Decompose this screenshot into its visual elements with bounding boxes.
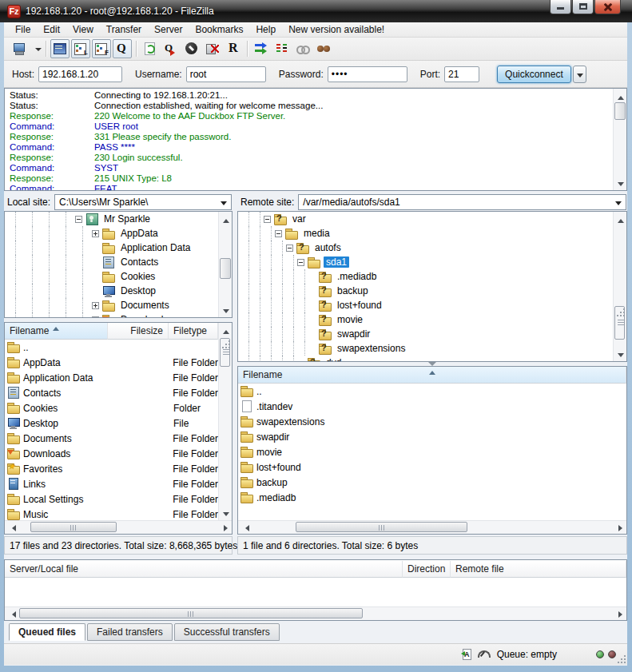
file-row-local-settings[interactable]: Local SettingsFile Folder xyxy=(5,491,218,507)
local-tree-item-application-data[interactable]: Application Data xyxy=(5,241,232,255)
column-header-filename[interactable]: Filename xyxy=(5,323,108,340)
queue-column-server-local-file[interactable]: Server/Local file xyxy=(5,561,403,578)
file-row-links[interactable]: LinksFile Folder xyxy=(5,476,218,491)
scroll-right-icon[interactable] xyxy=(614,522,626,533)
remote-tree-item-swapdir[interactable]: ?swapdir xyxy=(238,327,626,341)
file-row-titandev[interactable]: .titandev xyxy=(238,399,626,414)
remote-tree-item-var[interactable]: ?var xyxy=(238,212,626,226)
cancel-operation-button[interactable] xyxy=(182,39,201,58)
local-tree-item-desktop[interactable]: Desktop xyxy=(5,284,232,298)
remote-tree-item-lost-found[interactable]: ?lost+found xyxy=(238,298,626,312)
file-row-movie[interactable]: movie xyxy=(238,444,626,459)
toggle-local-tree-button[interactable] xyxy=(71,39,90,58)
close-button[interactable] xyxy=(594,0,621,14)
scroll-thumb[interactable] xyxy=(614,102,626,120)
menu-item-help[interactable]: Help xyxy=(249,22,282,38)
disconnect-button[interactable] xyxy=(203,39,222,58)
file-row-appdata[interactable]: AppDataFile Folder xyxy=(5,355,218,370)
file-row-[interactable]: .. xyxy=(5,340,218,355)
scroll-right-icon[interactable] xyxy=(614,608,626,619)
directory-comparison-button[interactable] xyxy=(252,39,271,58)
scroll-right-icon[interactable] xyxy=(219,522,231,533)
site-manager-button[interactable] xyxy=(10,39,29,58)
scroll-up-icon[interactable] xyxy=(614,213,626,225)
toggle-remote-tree-button[interactable] xyxy=(92,39,111,58)
remote-tree-item-media[interactable]: media xyxy=(238,226,626,241)
reconnect-button[interactable] xyxy=(224,39,243,58)
remote-tree-item-mediadb[interactable]: ?.mediadb xyxy=(238,269,626,284)
local-site-combo[interactable]: C:\Users\Mr Sparkle\ xyxy=(54,194,232,210)
minimize-button[interactable] xyxy=(550,0,571,14)
file-row-favorites[interactable]: ★FavoritesFile Folder xyxy=(5,461,218,476)
remote-site-combo[interactable]: /var/media/autofs/sda1 xyxy=(298,194,626,210)
column-header-filename[interactable]: Filename xyxy=(238,367,626,384)
remote-tree-item-autofs[interactable]: ?autofs xyxy=(238,241,626,255)
remote-tree-scrollbar[interactable] xyxy=(613,212,626,361)
file-row-contacts[interactable]: ContactsFile Folder xyxy=(5,385,218,400)
file-row-lost-found[interactable]: lost+found xyxy=(238,459,626,475)
file-row-downloads[interactable]: DownloadsFile Folder xyxy=(5,446,218,461)
scroll-down-icon[interactable] xyxy=(614,177,626,189)
local-tree-item-contacts[interactable]: Contacts xyxy=(5,255,232,269)
comparison-listing-button[interactable] xyxy=(272,39,292,58)
remote-list-hscrollbar[interactable] xyxy=(238,520,626,534)
file-row-swapdir[interactable]: swapdir xyxy=(238,429,626,444)
remote-tree-item-swapextensions[interactable]: ?swapextensions xyxy=(238,341,626,356)
file-row-[interactable]: .. xyxy=(238,384,626,399)
tab-failed-transfers[interactable]: Failed transfers xyxy=(87,623,173,641)
file-row-desktop[interactable]: DesktopFile xyxy=(5,416,218,431)
remote-tree-item-movie[interactable]: ?movie xyxy=(238,312,626,327)
local-tree-item-appdata[interactable]: AppData xyxy=(5,226,232,241)
tree-expander-plus-icon[interactable] xyxy=(92,316,99,319)
queue-hscrollbar[interactable] xyxy=(5,606,626,620)
transfer-type-icon[interactable] xyxy=(459,648,473,661)
scroll-thumb[interactable] xyxy=(30,522,117,532)
local-list-scrollbar[interactable] xyxy=(218,323,232,520)
scroll-thumb[interactable] xyxy=(220,258,231,279)
menu-item-transfer[interactable]: Transfer xyxy=(100,22,148,38)
synchronized-browsing-button[interactable] xyxy=(293,39,312,58)
search-files-button[interactable] xyxy=(314,39,333,58)
scroll-down-icon[interactable] xyxy=(220,507,231,519)
tree-expander-plus-icon[interactable] xyxy=(92,302,99,309)
menu-item-edit[interactable]: Edit xyxy=(37,22,66,38)
host-input[interactable] xyxy=(38,66,122,82)
scroll-down-icon[interactable] xyxy=(614,348,626,360)
file-row-mediadb[interactable]: .mediadb xyxy=(238,490,626,505)
scroll-up-icon[interactable] xyxy=(614,89,626,101)
local-list-hscrollbar[interactable] xyxy=(5,520,232,534)
password-input[interactable] xyxy=(328,66,407,82)
site-manager-dropdown[interactable] xyxy=(30,39,42,58)
column-header-filetype[interactable]: Filetype xyxy=(169,323,218,340)
menu-item-new-version-available[interactable]: New version available! xyxy=(282,22,391,38)
tree-expander-minus-icon[interactable] xyxy=(264,216,271,223)
scroll-up-icon[interactable] xyxy=(220,324,231,336)
tab-successful-transfers[interactable]: Successful transfers xyxy=(174,623,280,641)
file-row-documents[interactable]: DocumentsFile Folder xyxy=(5,431,218,446)
scroll-thumb[interactable] xyxy=(19,608,363,618)
tree-expander-minus-icon[interactable] xyxy=(275,230,282,237)
scroll-down-icon[interactable] xyxy=(220,304,231,316)
scroll-up-icon[interactable] xyxy=(220,213,231,225)
tree-expander-minus-icon[interactable] xyxy=(286,245,293,252)
scroll-left-icon[interactable] xyxy=(239,522,251,533)
scroll-left-icon[interactable] xyxy=(6,608,18,619)
file-row-swapextensions[interactable]: swapextensions xyxy=(238,414,626,429)
remote-tree-item-backup[interactable]: ?backup xyxy=(238,284,626,298)
process-queue-button[interactable] xyxy=(161,39,181,58)
file-row-cookies[interactable]: CookiesFolder xyxy=(5,400,218,416)
file-row-music[interactable]: MusicFile Folder xyxy=(5,507,218,520)
scroll-left-icon[interactable] xyxy=(6,522,18,533)
toggle-message-log-button[interactable] xyxy=(50,39,70,58)
maximize-button[interactable] xyxy=(572,0,594,14)
menu-item-view[interactable]: View xyxy=(66,22,100,38)
scroll-thumb[interactable] xyxy=(614,306,625,340)
message-log-scrollbar[interactable] xyxy=(613,89,626,190)
tree-expander-minus-icon[interactable] xyxy=(297,259,304,266)
local-tree-item-downloads[interactable]: Downloads xyxy=(5,312,232,318)
local-tree-scrollbar[interactable] xyxy=(218,212,232,317)
refresh-button[interactable] xyxy=(141,39,160,58)
local-tree-item-cookies[interactable]: Cookies xyxy=(5,269,232,284)
local-tree-item-mr-sparkle[interactable]: Mr Sparkle xyxy=(5,212,232,226)
local-tree-item-documents[interactable]: Documents xyxy=(5,298,232,312)
